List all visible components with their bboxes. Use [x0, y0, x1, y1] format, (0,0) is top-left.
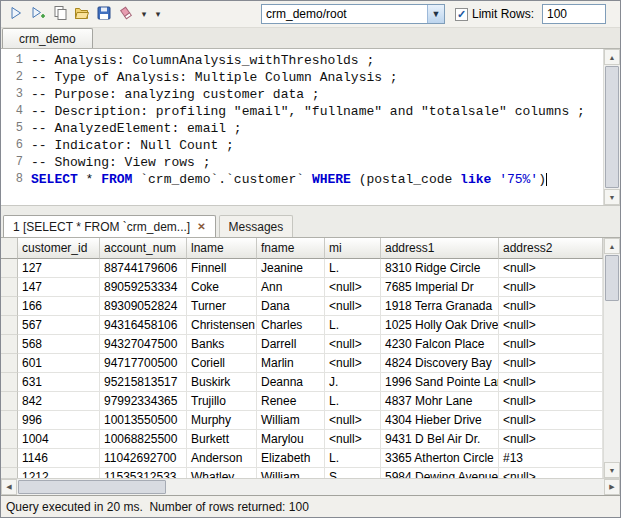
combo-dropdown-icon[interactable]: ▼	[427, 5, 444, 23]
editor-line[interactable]: 6-- Indicator: Null Count ;	[1, 137, 620, 154]
table-row[interactable]: 114611042692700AndersonElizabethL.3365 A…	[1, 449, 603, 468]
table-cell[interactable]: 10068825500	[100, 430, 187, 449]
table-cell[interactable]: 7685 Imperial Dr	[381, 278, 499, 297]
clear-dropdown-icon[interactable]: ▾	[139, 9, 149, 19]
column-header-mi[interactable]: mi	[325, 238, 381, 259]
open-file-button[interactable]	[71, 3, 93, 25]
table-cell[interactable]: Coriell	[187, 354, 257, 373]
table-cell[interactable]: <null>	[325, 354, 381, 373]
table-cell[interactable]: 94327047500	[100, 335, 187, 354]
table-cell[interactable]: Deanna	[257, 373, 325, 392]
table-cell[interactable]: L.	[325, 259, 381, 278]
editor-line[interactable]: 3-- Purpose: analyzing customer data ;	[1, 86, 620, 103]
table-cell[interactable]: 1212	[18, 468, 100, 478]
table-scrollbar-thumb[interactable]	[605, 255, 619, 301]
table-cell[interactable]: Burkett	[187, 430, 257, 449]
tab-result-set-1[interactable]: 1 [SELECT * FROM `crm_dem...] ✕	[3, 215, 216, 237]
table-row[interactable]: 121211535312533WhatleyWilliamS.5984 Dewi…	[1, 468, 603, 478]
table-cell[interactable]: 4824 Discovery Bay	[381, 354, 499, 373]
table-cell[interactable]: L.	[325, 392, 381, 411]
table-cell[interactable]: <null>	[325, 297, 381, 316]
table-cell[interactable]: L.	[325, 316, 381, 335]
table-cell[interactable]: 842	[18, 392, 100, 411]
table-cell[interactable]: Renee	[257, 392, 325, 411]
table-cell[interactable]: Turner	[187, 297, 257, 316]
table-cell[interactable]: 11535312533	[100, 468, 187, 478]
table-cell[interactable]: 8310 Ridge Circle	[381, 259, 499, 278]
row-header-cell[interactable]	[1, 468, 18, 478]
row-header-cell[interactable]	[1, 316, 18, 335]
editor-scrollbar-track[interactable]	[604, 65, 620, 189]
table-cell[interactable]: Jeanine	[257, 259, 325, 278]
table-cell[interactable]: 5984 Dewing Avenue	[381, 468, 499, 478]
table-cell[interactable]: <null>	[499, 373, 603, 392]
row-header-cell[interactable]	[1, 373, 18, 392]
table-horizontal-scrollbar[interactable]: ◀ ▶	[1, 478, 620, 495]
scroll-right-icon[interactable]: ▶	[604, 479, 620, 495]
table-cell[interactable]: 1996 Sand Pointe Lane	[381, 373, 499, 392]
table-cell[interactable]: <null>	[325, 335, 381, 354]
table-cell[interactable]: Whatley	[187, 468, 257, 478]
table-row[interactable]: 60194717700500CoriellMarlin<null>4824 Di…	[1, 354, 603, 373]
clear-button[interactable]	[115, 3, 137, 25]
table-cell[interactable]: William	[257, 411, 325, 430]
table-cell[interactable]: 11042692700	[100, 449, 187, 468]
table-cell[interactable]: Buskirk	[187, 373, 257, 392]
sql-editor[interactable]: 1-- Analysis: ColumnAnalysis_withThresho…	[1, 49, 620, 206]
table-cell[interactable]: 631	[18, 373, 100, 392]
table-cell[interactable]: Coke	[187, 278, 257, 297]
table-cell[interactable]: 1146	[18, 449, 100, 468]
connection-combo[interactable]: crm_demo/root ▼	[261, 4, 445, 24]
table-vertical-scrollbar[interactable]: ▲ ▼	[603, 238, 620, 478]
column-header-address1[interactable]: address1	[381, 238, 499, 259]
column-header-lname[interactable]: lname	[187, 238, 257, 259]
editor-line[interactable]: 7-- Showing: View rows ;	[1, 154, 620, 171]
table-row[interactable]: 99610013550500MurphyWilliam<null>4304 Hi…	[1, 411, 603, 430]
copy-button[interactable]	[49, 3, 71, 25]
table-cell[interactable]: <null>	[499, 392, 603, 411]
row-header-cell[interactable]	[1, 449, 18, 468]
limit-rows-checkbox[interactable]: ✓ Limit Rows:	[455, 7, 534, 21]
table-scrollbar-track[interactable]	[604, 254, 620, 462]
table-cell[interactable]: <null>	[499, 278, 603, 297]
table-cell[interactable]: 88744179606	[100, 259, 187, 278]
table-row[interactable]: 56894327047500BanksDarrell<null>4230 Fal…	[1, 335, 603, 354]
table-cell[interactable]: <null>	[499, 316, 603, 335]
table-cell[interactable]: 94717700500	[100, 354, 187, 373]
table-cell[interactable]: 3365 Atherton Circle	[381, 449, 499, 468]
toolbar-menu-dropdown-icon[interactable]: ▾	[153, 9, 163, 19]
run-query-button[interactable]	[5, 3, 27, 25]
editor-scrollbar-thumb[interactable]	[605, 66, 619, 188]
table-cell[interactable]: Anderson	[187, 449, 257, 468]
column-header-address2[interactable]: address2	[499, 238, 603, 259]
editor-text-area[interactable]: 1-- Analysis: ColumnAnalysis_withThresho…	[1, 49, 620, 188]
table-cell[interactable]: 4837 Mohr Lane	[381, 392, 499, 411]
table-cell[interactable]: 567	[18, 316, 100, 335]
table-row[interactable]: 63195215813517BuskirkDeannaJ.1996 Sand P…	[1, 373, 603, 392]
table-row[interactable]: 12788744179606FinnellJeanineL.8310 Ridge…	[1, 259, 603, 278]
table-cell[interactable]: <null>	[499, 297, 603, 316]
table-cell[interactable]: 996	[18, 411, 100, 430]
column-header-customer_id[interactable]: customer_id	[18, 238, 100, 259]
table-cell[interactable]: Darrell	[257, 335, 325, 354]
table-cell[interactable]: 147	[18, 278, 100, 297]
table-cell[interactable]: Murphy	[187, 411, 257, 430]
scroll-down-icon[interactable]: ▼	[604, 189, 620, 205]
table-cell[interactable]: 95215813517	[100, 373, 187, 392]
limit-rows-input[interactable]	[542, 4, 606, 24]
table-cell[interactable]: 94316458106	[100, 316, 187, 335]
table-cell[interactable]: 89059253334	[100, 278, 187, 297]
table-cell[interactable]: Christensen	[187, 316, 257, 335]
table-cell[interactable]: Banks	[187, 335, 257, 354]
save-button[interactable]	[93, 3, 115, 25]
row-header-cell[interactable]	[1, 297, 18, 316]
row-header-cell[interactable]	[1, 354, 18, 373]
table-cell[interactable]: 568	[18, 335, 100, 354]
row-header-cell[interactable]	[1, 259, 18, 278]
editor-line[interactable]: 5-- AnalyzedElement: email ;	[1, 120, 620, 137]
table-cell[interactable]: <null>	[325, 278, 381, 297]
table-cell[interactable]: Ann	[257, 278, 325, 297]
table-cell[interactable]: 1004	[18, 430, 100, 449]
table-cell[interactable]: L.	[325, 449, 381, 468]
scroll-up-icon[interactable]: ▲	[604, 238, 620, 254]
